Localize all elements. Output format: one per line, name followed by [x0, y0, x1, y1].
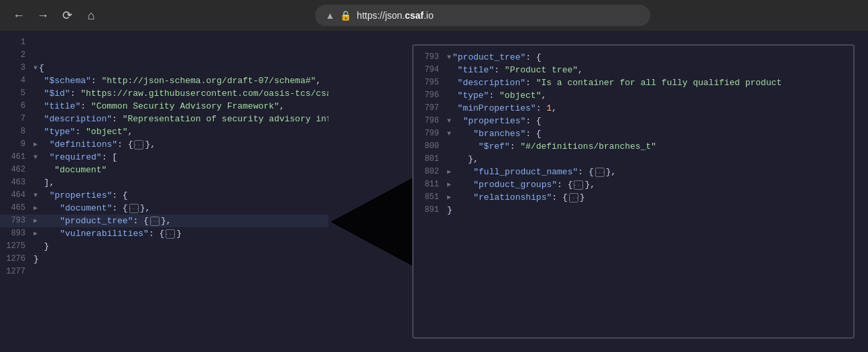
zoom-code-line: 793 ▼ "product_tree": {	[414, 51, 853, 64]
code-line: 2	[0, 49, 328, 62]
collapse-arrow[interactable]: ▶	[34, 202, 38, 215]
zoom-code-line: 794 "title": "Product tree",	[414, 64, 853, 76]
code-line: 8 "type": "object",	[0, 125, 328, 138]
code-line: 1276 }	[0, 253, 328, 266]
collapse-arrow[interactable]: ▶	[34, 215, 38, 227]
code-line: 893 ▶ "vulnerabilities": {...}	[0, 227, 328, 240]
collapsed-indicator[interactable]: ...	[134, 140, 143, 150]
line-number: 893	[3, 227, 34, 240]
browser-toolbar: ← → ⟳ ⌂ ▲ 🔒 https://json.csaf.io	[0, 0, 868, 31]
zoom-code-line: 798 ▼ "properties": {	[414, 115, 853, 127]
collapse-arrow[interactable]: ▶	[447, 191, 451, 204]
line-number: 1	[3, 36, 34, 49]
line-number: 461	[3, 151, 34, 164]
line-number: 797	[416, 102, 447, 115]
collapsed-indicator[interactable]: ...	[150, 217, 160, 226]
line-number: 796	[416, 89, 447, 102]
collapse-arrow[interactable]: ▼	[447, 51, 451, 64]
zoom-code-line: 811 ▶ "product_groups": {...},	[414, 178, 853, 191]
zoom-code-line: 801 },	[414, 153, 853, 166]
collapse-arrow[interactable]: ▼	[34, 189, 38, 202]
zoom-code-line: 800 "$ref": "#/definitions/branches_t"	[414, 140, 853, 153]
collapse-arrow[interactable]: ▼	[34, 62, 38, 74]
collapse-arrow[interactable]: ▶	[447, 178, 451, 191]
line-number: 794	[416, 64, 447, 76]
code-line: 1	[0, 36, 328, 49]
zoom-code-line: 802 ▶ "full_product_names": {...},	[414, 166, 853, 178]
code-line-product-tree: 793 ▶ "product_tree": {...},	[0, 215, 328, 227]
svg-line-3	[332, 222, 426, 272]
url-domain: csaf	[405, 10, 424, 21]
code-line: 7 "description": "Representation of secu…	[0, 113, 328, 125]
line-number: 811	[416, 178, 447, 191]
content-area: 1 2 3 ▼ { 4 "$schema": "http://json-sche…	[0, 31, 868, 352]
line-number: 464	[3, 189, 34, 202]
forward-button[interactable]: →	[35, 7, 51, 23]
line-number: 463	[3, 176, 34, 189]
line-number: 798	[416, 115, 447, 127]
svg-marker-0	[332, 172, 426, 272]
shield-icon: ▲	[326, 10, 335, 21]
line-number: 793	[3, 215, 34, 227]
collapsed-indicator[interactable]: ...	[595, 168, 605, 177]
line-number: 4	[3, 74, 34, 87]
code-line: 463 ],	[0, 176, 328, 189]
collapse-arrow[interactable]: ▶	[447, 166, 451, 178]
line-number: 5	[3, 87, 34, 100]
address-bar[interactable]: ▲ 🔒 https://json.csaf.io	[315, 5, 650, 26]
line-number: 462	[3, 164, 34, 176]
collapsed-indicator[interactable]: ...	[166, 229, 175, 239]
line-number: 1277	[3, 266, 34, 278]
line-number: 851	[416, 191, 447, 204]
collapsed-indicator[interactable]: ...	[129, 204, 139, 213]
zoom-code-line: 799 ▼ "branches": {	[414, 127, 853, 140]
code-line: 5 "$id": "https://raw.githubusercontent.…	[0, 87, 328, 100]
home-button[interactable]: ⌂	[83, 7, 99, 23]
code-line: 462 "document"	[0, 164, 328, 176]
line-number: 800	[416, 140, 447, 153]
collapse-arrow[interactable]: ▶	[34, 227, 38, 240]
line-number: 3	[3, 62, 34, 74]
code-line: 3 ▼ {	[0, 62, 328, 74]
lock-icon: 🔒	[340, 10, 351, 21]
line-number: 795	[416, 76, 447, 89]
line-number: 9	[3, 138, 34, 151]
line-number: 6	[3, 100, 34, 113]
line-number: 8	[3, 125, 34, 138]
line-number: 7	[3, 113, 34, 125]
line-number: 1276	[3, 253, 34, 266]
code-line: 1277	[0, 266, 328, 278]
collapsed-indicator[interactable]: ...	[569, 193, 578, 202]
zoom-code-line: 795 "description": "Is a container for a…	[414, 76, 853, 89]
line-number: 799	[416, 127, 447, 140]
collapse-arrow[interactable]: ▼	[34, 151, 38, 164]
line-number: 891	[416, 204, 447, 217]
line-number: 802	[416, 166, 447, 178]
line-number: 2	[3, 49, 34, 62]
zoom-code-line: 851 ▶ "relationships": {...}	[414, 191, 853, 204]
code-line: 4 "$schema": "http://json-schema.org/dra…	[0, 74, 328, 87]
line-number: 801	[416, 153, 447, 166]
zoom-pane: 793 ▼ "product_tree": { 794 "title": "Pr…	[412, 44, 855, 339]
collapse-arrow[interactable]: ▶	[34, 138, 38, 151]
code-line: 464 ▼ "properties": {	[0, 189, 328, 202]
line-number: 1275	[3, 240, 34, 253]
collapse-arrow[interactable]: ▼	[447, 115, 451, 127]
code-line: 6 "title": "Common Security Advisory Fra…	[0, 100, 328, 113]
line-number: 465	[3, 202, 34, 215]
zoom-container: 793 ▼ "product_tree": { 794 "title": "Pr…	[328, 31, 868, 352]
code-line: 9 ▶ "definitions": {...},	[0, 138, 328, 151]
back-button[interactable]: ←	[11, 7, 27, 23]
left-json-pane: 1 2 3 ▼ { 4 "$schema": "http://json-sche…	[0, 31, 328, 352]
url-text: https://json.csaf.io	[357, 10, 433, 21]
zoom-code-line: 797 "minProperties": 1,	[414, 102, 853, 115]
code-line: 1275 }	[0, 240, 328, 253]
svg-line-2	[332, 172, 426, 222]
reload-button[interactable]: ⟳	[59, 7, 75, 23]
code-line: 461 ▼ "required": [	[0, 151, 328, 164]
line-number: 793	[416, 51, 447, 64]
collapsed-indicator[interactable]: ...	[574, 180, 583, 190]
zoom-code-line: 891 }	[414, 204, 853, 217]
zoom-code-line: 796 "type": "object",	[414, 89, 853, 102]
collapse-arrow[interactable]: ▼	[447, 127, 451, 140]
